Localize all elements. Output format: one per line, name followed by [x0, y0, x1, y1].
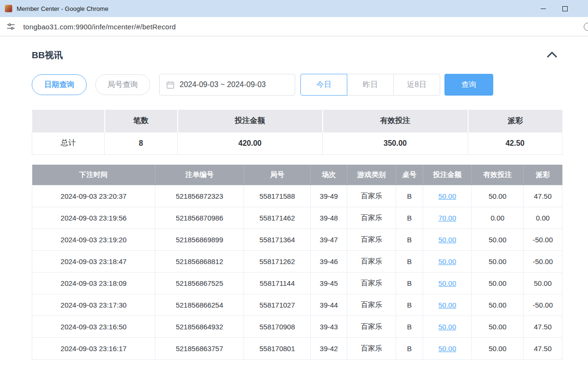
bet-time: 2024-09-03 23:19:56 — [32, 207, 155, 229]
summary-header-valid-bet: 有效投注 — [323, 110, 468, 132]
round-number: 558171262 — [244, 251, 311, 273]
summary-payout: 42.50 — [468, 132, 562, 154]
payout: 50.00 — [524, 273, 562, 294]
summary-row: 总计 8 420.00 350.00 42.50 — [32, 132, 562, 154]
date-range-input[interactable]: 2024-09-03 ~ 2024-09-03 — [159, 74, 295, 96]
table-number: B — [396, 273, 423, 294]
minimize-icon — [541, 9, 546, 9]
summary-total-label: 总计 — [32, 132, 105, 154]
calendar-icon — [166, 81, 174, 89]
bet-amount-link[interactable]: 70.00 — [438, 214, 456, 222]
bet-time: 2024-09-03 23:18:47 — [32, 251, 155, 273]
table-number: B — [396, 338, 423, 360]
valid-bet: 50.00 — [472, 229, 524, 251]
session: 39-45 — [311, 273, 347, 294]
session: 39-42 — [311, 338, 347, 360]
date-range-value: 2024-09-03 ~ 2024-09-03 — [180, 80, 266, 89]
window-title: Member Center - Google Chrome — [17, 5, 109, 12]
maximize-button[interactable] — [554, 0, 576, 17]
bet-id: 521856864932 — [155, 316, 244, 338]
round-query-tab[interactable]: 局号查询 — [95, 74, 150, 95]
bet-amount-cell: 50.00 — [423, 338, 472, 360]
summary-header-bet-amount: 投注金额 — [178, 110, 323, 132]
yesterday-button[interactable]: 昨日 — [347, 74, 394, 96]
last-8-days-button[interactable]: 近8日 — [393, 74, 440, 96]
quick-date-group: 今日 昨日 近8日 — [300, 74, 440, 96]
collapse-chevron-up-icon[interactable] — [542, 49, 562, 62]
header-payout: 派彩 — [524, 165, 562, 186]
bet-amount-link[interactable]: 50.00 — [438, 236, 456, 244]
session: 39-48 — [311, 207, 347, 229]
bet-time: 2024-09-03 23:16:50 — [32, 316, 155, 338]
payout: 47.50 — [524, 316, 562, 338]
browser-toolbar: tongbao31.com:9900/infe/mcenter/#/betRec… — [0, 17, 588, 36]
valid-bet: 50.00 — [472, 294, 524, 316]
table-number: B — [396, 294, 423, 316]
table-row: 2024-09-03 23:18:09 521856867525 5581711… — [32, 273, 562, 294]
bet-amount-link[interactable]: 50.00 — [438, 301, 456, 309]
page-title: BB视讯 — [32, 49, 63, 62]
minimize-button[interactable] — [532, 0, 554, 17]
valid-bet: 50.00 — [472, 251, 524, 273]
valid-bet: 50.00 — [472, 273, 524, 294]
bet-time: 2024-09-03 23:20:37 — [32, 186, 155, 207]
today-button[interactable]: 今日 — [300, 74, 347, 96]
header-session: 场次 — [311, 165, 347, 186]
table-row: 2024-09-03 23:17:30 521856866254 5581710… — [32, 294, 562, 316]
payout: -50.00 — [524, 229, 562, 251]
bet-amount-link[interactable]: 50.00 — [438, 323, 456, 331]
header-bet-id: 注单编号 — [155, 165, 244, 186]
game-type: 百家乐 — [347, 316, 396, 338]
site-settings-icon[interactable] — [6, 21, 16, 32]
bet-id: 521856868812 — [155, 251, 244, 273]
bet-amount-link[interactable]: 50.00 — [438, 257, 456, 265]
session: 39-44 — [311, 294, 347, 316]
bet-time: 2024-09-03 23:17:30 — [32, 294, 155, 316]
filter-bar: 日期查询 局号查询 2024-09-03 ~ 2024-09-03 今日 昨日 … — [32, 74, 562, 96]
round-number: 558171462 — [244, 207, 311, 229]
bet-amount-cell: 50.00 — [423, 229, 472, 251]
payout: 47.50 — [524, 338, 562, 360]
header-round: 局号 — [244, 165, 311, 186]
bet-amount-link[interactable]: 50.00 — [438, 344, 456, 353]
table-number: B — [396, 207, 423, 229]
round-number: 558170908 — [244, 316, 311, 338]
session: 39-43 — [311, 316, 347, 338]
bet-id: 521856869899 — [155, 229, 244, 251]
bet-amount-link[interactable]: 50.00 — [438, 279, 456, 287]
game-type: 百家乐 — [347, 229, 396, 251]
bet-time: 2024-09-03 23:16:17 — [32, 338, 155, 360]
valid-bet: 50.00 — [472, 186, 524, 207]
summary-table: 笔数 投注金额 有效投注 派彩 总计 8 420.00 350.00 42.50 — [32, 110, 562, 155]
summary-header-payout: 派彩 — [468, 110, 562, 132]
bet-time: 2024-09-03 23:18:09 — [32, 273, 155, 294]
browser-profile-icon[interactable] — [584, 23, 588, 31]
bet-amount-cell: 50.00 — [423, 316, 472, 338]
round-number: 558171144 — [244, 273, 311, 294]
header-table-number: 桌号 — [396, 165, 423, 186]
valid-bet: 0.00 — [472, 207, 524, 229]
table-row: 2024-09-03 23:19:56 521856870986 5581714… — [32, 207, 562, 229]
round-number: 558171027 — [244, 294, 311, 316]
bet-id: 521856867525 — [155, 273, 244, 294]
bet-amount-cell: 50.00 — [423, 273, 472, 294]
summary-valid-bet: 350.00 — [323, 132, 468, 154]
payout: -50.00 — [524, 294, 562, 316]
table-row: 2024-09-03 23:16:50 521856864932 5581709… — [32, 316, 562, 338]
url-text[interactable]: tongbao31.com:9900/infe/mcenter/#/betRec… — [23, 23, 176, 31]
summary-bet-amount: 420.00 — [178, 132, 323, 154]
bet-amount-link[interactable]: 50.00 — [438, 192, 456, 200]
game-type: 百家乐 — [347, 251, 396, 273]
search-button[interactable]: 查询 — [444, 74, 493, 96]
valid-bet: 50.00 — [472, 338, 524, 360]
table-number: B — [396, 229, 423, 251]
date-query-tab[interactable]: 日期查询 — [32, 74, 87, 95]
game-type: 百家乐 — [347, 207, 396, 229]
payout: -50.00 — [524, 251, 562, 273]
bet-id: 521856872323 — [155, 186, 244, 207]
bet-amount-cell: 70.00 — [423, 207, 472, 229]
game-type: 百家乐 — [347, 273, 396, 294]
bet-id: 521856866254 — [155, 294, 244, 316]
table-row: 2024-09-03 23:19:20 521856869899 5581713… — [32, 229, 562, 251]
session: 39-49 — [311, 186, 347, 207]
